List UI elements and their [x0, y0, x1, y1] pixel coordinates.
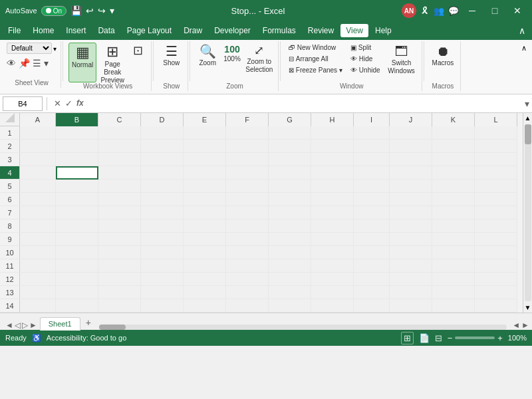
- cell-i12[interactable]: [354, 273, 390, 286]
- nav-first-sheet[interactable]: ◄: [5, 321, 13, 330]
- menu-review[interactable]: Review: [303, 24, 339, 37]
- scroll-down-arrow[interactable]: ▼: [523, 303, 532, 313]
- cell-h10[interactable]: [311, 246, 354, 259]
- cell-g7[interactable]: [269, 206, 311, 219]
- cell-e8[interactable]: [184, 219, 226, 233]
- sheet-view-dropdown-arrow[interactable]: ▾: [53, 45, 57, 53]
- zoom-button[interactable]: 🔍 Zoom: [196, 43, 219, 82]
- nav-next-sheet[interactable]: ▷: [22, 321, 28, 330]
- scroll-track[interactable]: [525, 124, 531, 301]
- cell-l14[interactable]: [475, 299, 517, 313]
- cell-g10[interactable]: [269, 246, 311, 259]
- horizontal-scrollbar[interactable]: [96, 325, 509, 330]
- close-button[interactable]: ✕: [508, 1, 527, 20]
- layers-icon[interactable]: ☰: [33, 58, 41, 68]
- cell-f12[interactable]: [226, 273, 269, 286]
- cell-j14[interactable]: [390, 299, 432, 313]
- cell-b3[interactable]: [56, 153, 98, 166]
- cell-b4[interactable]: [56, 166, 98, 180]
- cell-h4[interactable]: [311, 166, 354, 180]
- show-button[interactable]: ☰ Show: [160, 43, 184, 82]
- cell-l1[interactable]: [475, 126, 517, 140]
- customize-icon[interactable]: ▾: [110, 5, 114, 16]
- row-header-6[interactable]: 6: [0, 193, 20, 205]
- normal-view-button[interactable]: ▦ Normal: [68, 43, 96, 82]
- cell-c10[interactable]: [98, 246, 141, 259]
- cell-b2[interactable]: [56, 140, 98, 153]
- cell-e4[interactable]: [184, 166, 226, 180]
- cell-a7[interactable]: [20, 206, 56, 219]
- cell-i5[interactable]: [354, 180, 390, 193]
- cell-reference-input[interactable]: [3, 96, 43, 111]
- cell-i6[interactable]: [354, 193, 390, 206]
- scroll-up-arrow[interactable]: ▲: [523, 113, 532, 123]
- menu-formulas[interactable]: Formulas: [257, 24, 301, 37]
- cell-b7[interactable]: [56, 206, 98, 219]
- cell-d12[interactable]: [141, 273, 184, 286]
- cell-e9[interactable]: [184, 233, 226, 246]
- cell-i8[interactable]: [354, 219, 390, 233]
- cell-d9[interactable]: [141, 233, 184, 246]
- formula-bar-expand-icon[interactable]: ▾: [525, 98, 529, 109]
- cell-e1[interactable]: [184, 126, 226, 140]
- hide-button[interactable]: 👁 Hide: [348, 54, 376, 64]
- cell-c6[interactable]: [98, 193, 141, 206]
- cell-e2[interactable]: [184, 140, 226, 153]
- cell-b5[interactable]: [56, 180, 98, 193]
- sheet-view-select[interactable]: Default: [7, 43, 52, 54]
- cell-h12[interactable]: [311, 273, 354, 286]
- zoom-slider[interactable]: [455, 336, 495, 339]
- cell-l7[interactable]: [475, 206, 517, 219]
- col-header-f[interactable]: F: [226, 113, 269, 126]
- cell-j3[interactable]: [390, 153, 432, 166]
- menu-file[interactable]: File: [3, 24, 26, 37]
- cell-i9[interactable]: [354, 233, 390, 246]
- cell-b14[interactable]: [56, 299, 98, 313]
- cell-g6[interactable]: [269, 193, 311, 206]
- cell-g14[interactable]: [269, 299, 311, 313]
- cell-c8[interactable]: [98, 219, 141, 233]
- cell-k6[interactable]: [432, 193, 475, 206]
- cell-c13[interactable]: [98, 286, 141, 299]
- col-header-k[interactable]: K: [432, 113, 475, 126]
- row-header-13[interactable]: 13: [0, 286, 20, 299]
- cell-i10[interactable]: [354, 246, 390, 259]
- cell-g9[interactable]: [269, 233, 311, 246]
- normal-view-btn[interactable]: ⊞: [401, 332, 414, 344]
- h-scroll-track[interactable]: [99, 325, 507, 330]
- menu-data[interactable]: Data: [92, 24, 120, 37]
- autosave-toggle[interactable]: On: [41, 6, 66, 16]
- unhide-button[interactable]: 👁 Unhide: [348, 65, 383, 75]
- cell-l9[interactable]: [475, 233, 517, 246]
- cell-b11[interactable]: [56, 259, 98, 273]
- cell-c4[interactable]: [98, 166, 141, 180]
- cell-b13[interactable]: [56, 286, 98, 299]
- menu-help[interactable]: Help: [370, 24, 397, 37]
- cell-f9[interactable]: [226, 233, 269, 246]
- undo-icon[interactable]: ↩: [86, 5, 94, 16]
- row-header-5[interactable]: 5: [0, 180, 20, 192]
- cell-h2[interactable]: [311, 140, 354, 153]
- cell-a14[interactable]: [20, 299, 56, 313]
- cell-d5[interactable]: [141, 180, 184, 193]
- cell-a6[interactable]: [20, 193, 56, 206]
- cell-j10[interactable]: [390, 246, 432, 259]
- zoom-out-btn[interactable]: −: [448, 333, 453, 343]
- cell-g12[interactable]: [269, 273, 311, 286]
- cell-g11[interactable]: [269, 259, 311, 273]
- cell-c14[interactable]: [98, 299, 141, 313]
- cell-l10[interactable]: [475, 246, 517, 259]
- cell-a2[interactable]: [20, 140, 56, 153]
- cell-a5[interactable]: [20, 180, 56, 193]
- insert-function-icon[interactable]: fx: [76, 98, 84, 108]
- zoom-level-label[interactable]: 100%: [508, 334, 527, 342]
- cell-h9[interactable]: [311, 233, 354, 246]
- formula-input[interactable]: [89, 96, 522, 111]
- cell-l13[interactable]: [475, 286, 517, 299]
- accessibility-icon[interactable]: ♿: [32, 334, 41, 342]
- cell-f5[interactable]: [226, 180, 269, 193]
- menu-view[interactable]: View: [340, 24, 368, 37]
- page-break-view-btn[interactable]: ⊟: [435, 333, 442, 343]
- cell-d11[interactable]: [141, 259, 184, 273]
- menu-draw[interactable]: Draw: [178, 24, 207, 37]
